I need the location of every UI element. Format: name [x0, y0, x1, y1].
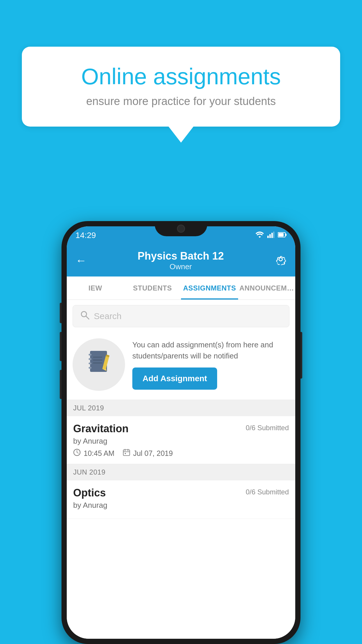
assignment-by: by Anurag [73, 437, 289, 446]
assignment-item-optics[interactable]: Optics 0/6 Submitted by Anurag [67, 480, 295, 519]
header-center: Physics Batch 12 Owner [138, 250, 224, 271]
phone-container: 14:29 [61, 221, 301, 644]
promo-icon-circle [73, 338, 125, 391]
search-icon [80, 310, 89, 322]
assignment-by-optics: by Anurag [73, 501, 289, 510]
tab-announcements[interactable]: ANNOUNCEM… [238, 276, 295, 300]
status-time: 14:29 [75, 231, 96, 240]
promo-card: You can add assignment(s) from here and … [67, 332, 295, 400]
app-header: ← Physics Batch 12 Owner [67, 244, 295, 276]
date-meta: Jul 07, 2019 [123, 449, 173, 458]
phone-notch [155, 221, 207, 236]
tabs-bar: IEW STUDENTS ASSIGNMENTS ANNOUNCEM… [67, 276, 295, 300]
signal-icon [267, 232, 274, 239]
assignment-row1: Gravitation 0/6 Submitted [73, 423, 289, 435]
assignment-item-gravitation[interactable]: Gravitation 0/6 Submitted by Anurag [67, 416, 295, 464]
svg-rect-14 [93, 357, 102, 358]
svg-rect-27 [125, 453, 126, 454]
svg-rect-12 [89, 363, 92, 364]
svg-line-8 [86, 316, 89, 319]
svg-rect-15 [93, 360, 102, 360]
svg-rect-1 [269, 234, 271, 238]
assignment-name: Gravitation [73, 423, 129, 435]
svg-rect-6 [278, 233, 284, 237]
svg-rect-10 [89, 354, 92, 356]
svg-rect-23 [123, 450, 130, 456]
svg-rect-16 [93, 363, 102, 363]
header-subtitle: Owner [138, 262, 224, 271]
phone-outer: 14:29 [61, 221, 301, 644]
svg-rect-13 [89, 367, 92, 369]
time-meta: 10:45 AM [73, 449, 115, 458]
svg-rect-0 [267, 236, 269, 238]
section-header-jun: JUN 2019 [67, 464, 295, 480]
search-placeholder: Search [94, 311, 122, 321]
svg-rect-3 [273, 232, 274, 238]
content-area: Search [67, 300, 295, 639]
tab-assignments[interactable]: ASSIGNMENTS [181, 276, 238, 300]
speech-bubble: Online assignments ensure more practice … [22, 47, 340, 127]
assignment-meta: 10:45 AM [73, 449, 289, 458]
speech-bubble-container: Online assignments ensure more practice … [22, 47, 340, 127]
status-icons [256, 232, 287, 239]
phone-screen: 14:29 [67, 226, 295, 639]
settings-icon[interactable] [275, 253, 287, 268]
phone-camera [177, 225, 185, 233]
assignment-date: Jul 07, 2019 [133, 449, 173, 458]
assignment-name-optics: Optics [73, 487, 106, 499]
svg-rect-2 [271, 233, 273, 238]
calendar-icon [123, 449, 130, 458]
section-header-jul: JUL 2019 [67, 400, 295, 416]
wifi-icon [256, 232, 264, 239]
svg-line-22 [77, 452, 78, 453]
search-container: Search [67, 300, 295, 332]
promo-text-area: You can add assignment(s) from here and … [132, 340, 289, 389]
tab-iew[interactable]: IEW [67, 276, 124, 300]
back-button[interactable]: ← [75, 254, 87, 267]
add-assignment-button[interactable]: Add Assignment [132, 368, 217, 390]
submitted-count-optics: 0/6 Submitted [246, 488, 289, 496]
speech-bubble-title: Online assignments [42, 64, 320, 89]
svg-rect-5 [285, 234, 287, 236]
promo-description: You can add assignment(s) from here and … [132, 340, 289, 361]
assignment-row1-optics: Optics 0/6 Submitted [73, 487, 289, 499]
search-bar[interactable]: Search [73, 305, 289, 327]
battery-icon [278, 232, 287, 239]
submitted-count: 0/6 Submitted [246, 424, 289, 432]
tab-students[interactable]: STUDENTS [124, 276, 181, 300]
assignment-time: 10:45 AM [84, 449, 115, 458]
speech-bubble-subtitle: ensure more practice for your students [42, 95, 320, 108]
notebook-icon [87, 349, 110, 380]
svg-rect-11 [89, 358, 92, 360]
header-title: Physics Batch 12 [138, 250, 224, 262]
clock-icon [73, 449, 81, 458]
